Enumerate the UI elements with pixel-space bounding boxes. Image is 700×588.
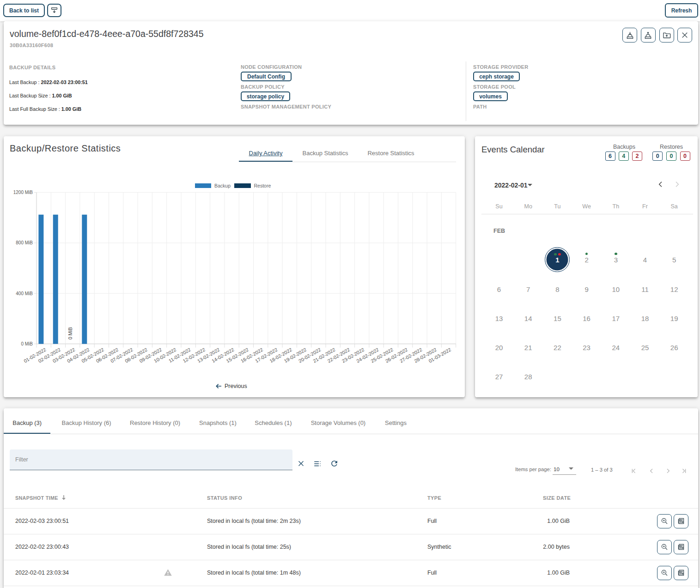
svg-text:400 MiB: 400 MiB [16,291,33,296]
svg-text:1200 MiB: 1200 MiB [13,190,33,195]
svg-text:800 MiB: 800 MiB [16,240,33,245]
svg-text:0 MiB: 0 MiB [67,327,73,339]
svg-text:0 MiB: 0 MiB [21,341,33,346]
